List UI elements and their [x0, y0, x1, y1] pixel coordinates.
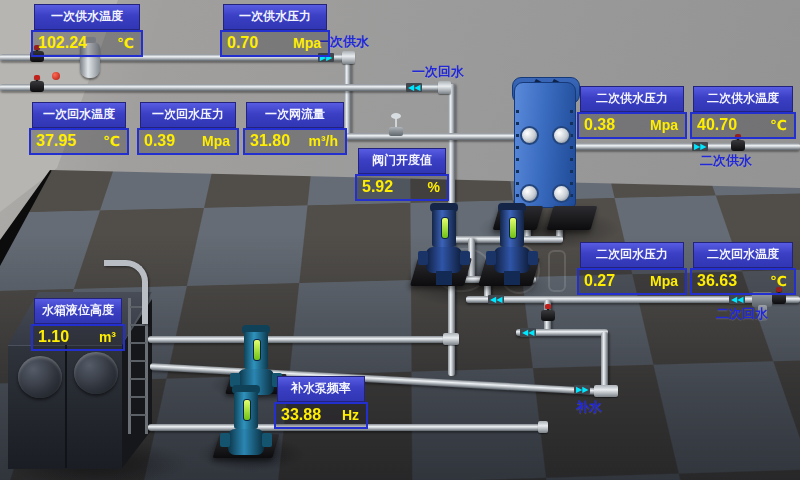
pipe-coupling [342, 51, 355, 64]
hx-port [520, 126, 539, 145]
gauge-unit: Mpa [650, 273, 678, 289]
hx-port [552, 184, 571, 203]
tank-manhole [18, 356, 62, 398]
circulation-pump-1[interactable] [420, 203, 468, 287]
control-valve[interactable] [389, 118, 403, 136]
gauge-secondary-return-pressure[interactable]: 二次回水压力 0.27Mpa [577, 242, 687, 295]
pump-flange [528, 251, 538, 265]
gauge-unit: Mpa [293, 35, 321, 51]
gauge-label: 一次回水温度 [32, 102, 126, 128]
gauge-label: 水箱液位高度 [34, 298, 122, 324]
gauge-value: 1.10 [38, 328, 69, 346]
gauge-secondary-supply-temp[interactable]: 二次供水温度 40.70℃ [690, 86, 796, 139]
pump-status-indicator [441, 217, 449, 239]
gauge-tank-level[interactable]: 水箱液位高度 1.10m³ [31, 298, 125, 351]
gauge-primary-return-temp[interactable]: 一次回水温度 37.95℃ [29, 102, 129, 155]
pipe-tank-outlet [148, 336, 452, 343]
flow-arrow-left-icon: ◀◀ [406, 83, 422, 92]
pipe-label-secondary-return: 二次回水 [716, 305, 768, 323]
gauge-primary-return-pressure[interactable]: 一次回水压力 0.39Mpa [137, 102, 239, 155]
pump-volute [228, 429, 264, 455]
gauge-unit: m³ [99, 329, 116, 345]
hx-base-pad [547, 206, 598, 230]
hx-port [520, 184, 539, 203]
pipe-label-makeup: 补水 [576, 398, 602, 416]
gauge-unit: ℃ [770, 117, 787, 133]
pipe-label-primary-return: 一次回水 [412, 63, 464, 81]
gauge-valve-opening[interactable]: 阀门开度值 5.92% [355, 148, 449, 201]
flow-arrow-right-icon: ▶▶ [574, 385, 590, 394]
gauge-value: 33.88 [281, 406, 321, 424]
pipe-coupling [443, 333, 459, 345]
gauge-value: 0.39 [144, 132, 175, 150]
gauge-unit: m³/h [308, 133, 338, 149]
gauge-unit: ℃ [117, 35, 134, 51]
gauge-readout: 31.80m³/h [243, 128, 347, 155]
pipe-coupling [438, 81, 451, 94]
flow-arrow-left-icon: ◀◀ [729, 295, 745, 304]
gauge-primary-supply-temp[interactable]: 一次供水温度 102.24℃ [31, 4, 143, 57]
gauge-label: 一次网流量 [246, 102, 344, 128]
gauge-readout: 33.88Hz [274, 402, 368, 429]
gauge-unit: ℃ [103, 133, 120, 149]
pump-volute [426, 247, 462, 273]
gauge-label: 二次回水温度 [693, 242, 793, 268]
gauge-unit: Mpa [650, 117, 678, 133]
gauge-unit: Hz [342, 407, 359, 423]
gauge-value: 36.63 [697, 272, 737, 290]
gauge-label: 一次供水温度 [34, 4, 140, 30]
valve-makeup-tie-in[interactable] [541, 310, 555, 321]
gauge-readout: 40.70℃ [690, 112, 796, 139]
tank-manhole [74, 352, 118, 394]
pump-status-indicator [509, 217, 517, 239]
makeup-pump-2[interactable] [222, 385, 270, 469]
gauge-value: 0.27 [584, 272, 615, 290]
gauge-label: 阀门开度值 [358, 148, 446, 174]
pipe-label-secondary-supply: 二次供水 [700, 152, 752, 170]
gauge-readout: 5.92% [355, 174, 449, 201]
pipe-secondary-return [466, 296, 800, 303]
gauge-value: 0.38 [584, 116, 615, 134]
tank-panel-seam [65, 345, 67, 468]
hx-bolts [516, 110, 519, 198]
flow-arrow-left-icon: ◀◀ [488, 295, 504, 304]
gauge-secondary-return-temp[interactable]: 二次回水温度 36.63℃ [690, 242, 796, 295]
gauge-label: 补水泵频率 [277, 376, 365, 402]
hx-bolts [570, 110, 573, 198]
gauge-value: 102.24 [38, 34, 87, 52]
valve-secondary-supply[interactable] [731, 140, 745, 151]
circulation-pump-2[interactable] [488, 203, 536, 287]
gauge-primary-flow[interactable]: 一次网流量 31.80m³/h [243, 102, 347, 155]
gauge-unit: Mpa [202, 133, 230, 149]
pump-status-indicator [243, 399, 251, 421]
gauge-readout: 0.70Mpa [220, 30, 330, 57]
valve-primary-return[interactable] [30, 81, 44, 92]
pipe-makeup-riser [601, 332, 608, 390]
pipe-end-cap [538, 421, 548, 433]
gauge-value: 0.70 [227, 34, 258, 52]
gauge-secondary-supply-pressure[interactable]: 二次供水压力 0.38Mpa [577, 86, 687, 139]
hmi-heating-station-screen: ▶▶ ◀◀ ▶▶ ◀◀ ◀◀ ◀◀ ▶▶ [0, 0, 800, 480]
gauge-label: 一次供水压力 [223, 4, 327, 30]
pump-volute [494, 247, 530, 273]
gauge-readout: 0.38Mpa [577, 112, 687, 139]
gauge-primary-supply-pressure[interactable]: 一次供水压力 0.70Mpa [220, 4, 330, 57]
gauge-value: 5.92 [362, 178, 393, 196]
plate-heat-exchanger[interactable] [514, 82, 576, 208]
pipe-to-heat-exchanger [346, 133, 526, 140]
pump-flange [486, 251, 496, 265]
gauge-readout: 1.10m³ [31, 324, 125, 351]
gauge-makeup-pump-frequency[interactable]: 补水泵频率 33.88Hz [274, 376, 368, 429]
pump-neck [504, 271, 520, 285]
gauge-unit: ℃ [770, 273, 787, 289]
flow-arrow-left-icon: ◀◀ [520, 328, 536, 337]
gauge-readout: 37.95℃ [29, 128, 129, 155]
gauge-readout: 0.27Mpa [577, 268, 687, 295]
hx-port [552, 126, 571, 145]
gauge-value: 40.70 [697, 116, 737, 134]
pump-flange [262, 433, 272, 447]
gauge-label: 一次回水压力 [140, 102, 236, 128]
gauge-value: 37.95 [36, 132, 76, 150]
pipe-secondary-supply [566, 143, 800, 150]
gauge-readout: 102.24℃ [31, 30, 143, 57]
